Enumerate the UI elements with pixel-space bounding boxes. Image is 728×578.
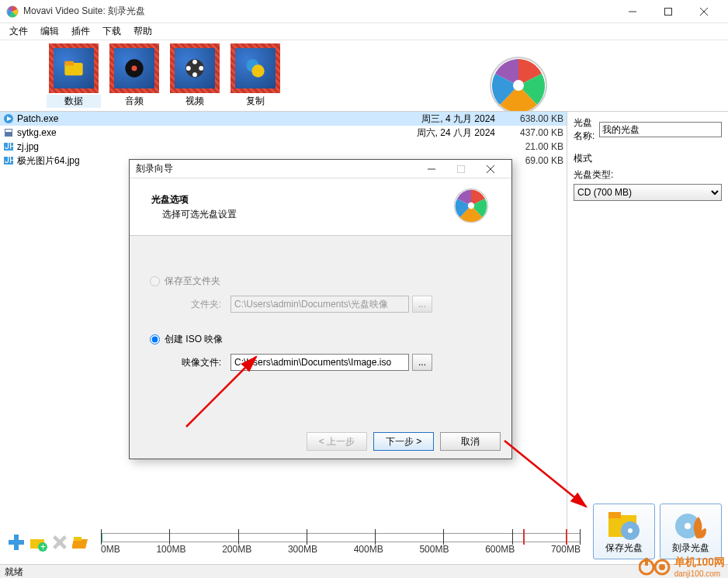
radio-create-iso[interactable]: 创建 ISO 映像 [150,333,491,346]
category-audio[interactable]: 音频 [107,43,161,108]
category-video[interactable]: 视频 [168,43,222,108]
bottom-toolbar: + 0MB 100MB 200MB 300MB 400MB 500MB 600M… [0,521,728,564]
app-icon [6,5,19,18]
menu-edit[interactable]: 编辑 [34,23,65,40]
svg-point-12 [192,72,197,77]
svg-point-15 [251,64,264,77]
svg-rect-40 [458,165,465,172]
play-icon [3,113,14,124]
save-disc-button[interactable]: 保存光盘 [593,504,655,559]
category-copy[interactable]: 复制 [228,43,283,108]
svg-rect-26 [9,540,24,545]
svg-point-38 [685,523,691,529]
dialog-header: 光盘选项 选择可选光盘设置 [130,178,511,236]
disc-name-label: 光盘名称: [574,116,599,143]
disc-name-input[interactable] [599,122,722,137]
add-folder-button[interactable]: + [28,532,48,552]
svg-rect-34 [608,512,621,518]
file-row[interactable]: JPG zj.jpg 21.00 KB [0,140,567,154]
maximize-button[interactable] [650,1,686,22]
jpg-icon: JPG [3,141,14,152]
svg-point-17 [513,80,524,91]
dialog-header-subtitle: 选择可选光盘设置 [151,208,452,221]
remove-button[interactable] [50,532,70,552]
menu-plugin[interactable]: 插件 [65,23,96,40]
window-controls [615,1,722,22]
svg-point-8 [132,66,137,71]
folder-label: 文件夹: [168,298,221,311]
right-panel: 光盘名称: 模式 光盘类型: CD (700 MB) [567,111,728,545]
titlebar: Movavi Video Suite: 刻录光盘 [0,0,728,23]
window-title: Movavi Video Suite: 刻录光盘 [23,5,615,18]
svg-rect-20 [5,130,12,132]
dialog-header-title: 光盘选项 [151,193,452,206]
menu-help[interactable]: 帮助 [127,23,158,40]
svg-point-36 [628,528,633,533]
svg-point-44 [468,202,474,209]
dialog-titlebar: 刻录向导 [130,160,511,178]
file-row[interactable]: Patch.exe 周三, 4 九月 2024 638.00 KB [0,112,567,126]
svg-text:JPG: JPG [5,141,14,151]
next-button[interactable]: 下一步 > [373,432,434,451]
folder-input [231,296,409,313]
mode-label: 模式 [574,152,722,165]
browse-folder-button: ... [412,296,432,313]
dialog-logo-icon [452,187,490,227]
dialog-minimize-button[interactable] [417,161,446,178]
svg-rect-2 [665,8,672,15]
image-file-label: 映像文件: [168,356,221,369]
svg-text:JPG: JPG [5,155,14,165]
svg-rect-6 [64,61,74,66]
cancel-button[interactable]: 取消 [440,432,501,451]
open-button[interactable] [71,532,92,552]
exe-icon [3,127,14,138]
svg-rect-50 [645,558,648,566]
back-button[interactable]: < 上一步 [307,432,367,451]
svg-point-49 [659,564,665,570]
size-scale: 0MB 100MB 200MB 300MB 400MB 500MB 600MB … [101,527,581,558]
menu-file[interactable]: 文件 [3,23,34,40]
disc-type-select[interactable]: CD (700 MB) [574,184,722,201]
add-button[interactable] [6,532,26,552]
burn-disc-button[interactable]: 刻录光盘 [660,504,722,559]
svg-point-11 [199,66,203,71]
dialog-title: 刻录向导 [136,162,417,175]
minimize-button[interactable] [615,1,650,22]
burn-wizard-dialog: 刻录向导 光盘选项 选择可选光盘设置 保存至文件夹 文件夹: [129,159,512,459]
dialog-close-button[interactable] [476,161,505,178]
menubar: 文件 编辑 插件 下载 帮助 [0,23,728,40]
close-button[interactable] [686,1,722,22]
category-toolbar: 数据 音频 视频 复制 [0,40,728,111]
radio-save-folder[interactable]: 保存至文件夹 [150,275,491,288]
watermark: 单机100网 danji100.com [639,556,725,578]
watermark-logo-icon [639,558,673,576]
browse-image-button[interactable]: ... [412,354,432,371]
svg-text:+: + [40,542,46,552]
file-row[interactable]: sytkg.exe 周六, 24 八月 2024 437.00 KB [0,126,567,140]
menu-download[interactable]: 下载 [96,23,127,40]
jpg-icon: JPG [3,155,14,166]
app-logo [487,54,549,116]
disc-type-label: 光盘类型: [574,168,722,182]
image-file-input[interactable] [231,354,409,371]
statusbar: 就绪 [0,564,728,578]
status-text: 就绪 [5,566,23,577]
category-data[interactable]: 数据 [47,43,101,108]
dialog-maximize-button[interactable] [446,161,476,178]
svg-rect-32 [74,537,81,541]
svg-point-10 [192,60,197,64]
svg-point-13 [186,66,191,71]
